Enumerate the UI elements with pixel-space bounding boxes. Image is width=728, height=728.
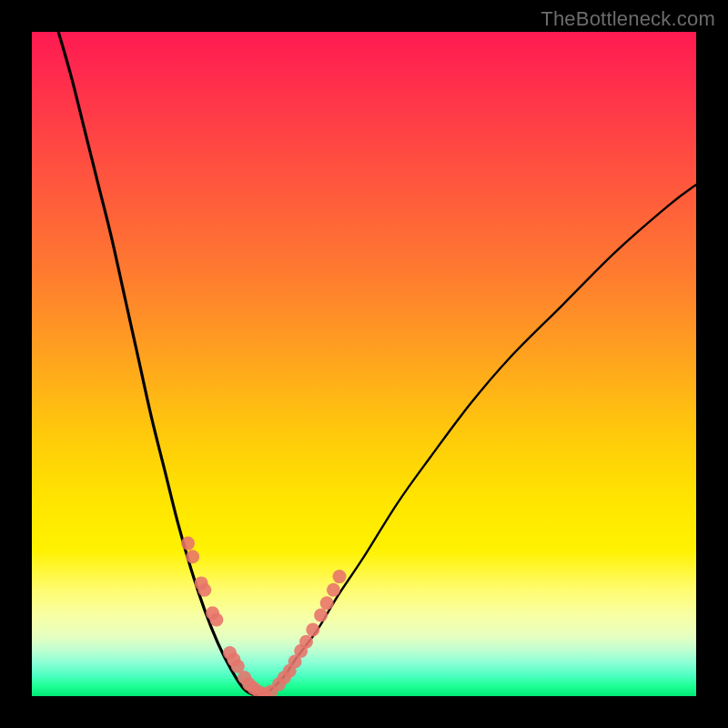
data-point — [306, 623, 319, 637]
data-point — [209, 613, 223, 627]
outer-frame: TheBottleneck.com — [0, 0, 728, 728]
data-point — [327, 583, 340, 597]
data-point — [186, 550, 199, 563]
data-point — [332, 570, 346, 583]
watermark-text: TheBottleneck.com — [541, 7, 715, 31]
data-point — [314, 608, 328, 622]
data-point — [181, 537, 195, 551]
curve-svg — [32, 32, 696, 696]
data-point — [197, 583, 211, 597]
curve-layer — [58, 32, 696, 696]
curve-left — [58, 32, 258, 696]
data-point — [299, 635, 313, 649]
plot-area — [32, 32, 696, 696]
data-point — [320, 596, 334, 610]
